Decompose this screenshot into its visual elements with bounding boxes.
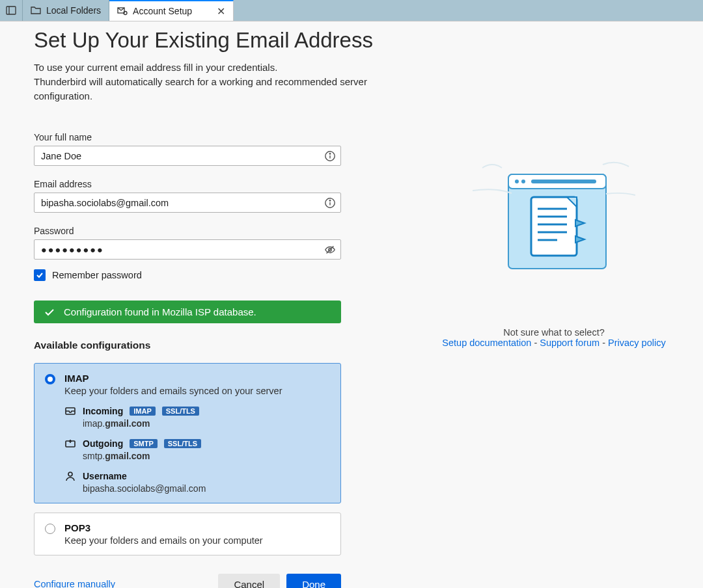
pop3-title: POP3	[64, 522, 330, 533]
svg-point-17	[515, 180, 519, 183]
setup-doc-link[interactable]: Setup documentation	[442, 338, 531, 348]
config-option-pop3[interactable]: POP3 Keep your folders and emails on you…	[34, 513, 341, 555]
help-block: Not sure what to select? Setup documenta…	[442, 327, 665, 348]
configure-manually-link[interactable]: Configure manually	[34, 579, 115, 588]
info-icon[interactable]	[324, 150, 336, 162]
tab-bar: Local Folders Account Setup ✕	[0, 0, 703, 21]
page-title: Set Up Your Existing Email Address	[34, 28, 405, 53]
config-option-imap[interactable]: IMAP Keep your folders and emails synced…	[34, 363, 341, 503]
protocol-badge: SMTP	[130, 439, 158, 448]
radio-pop3[interactable]	[45, 524, 55, 534]
email-input[interactable]	[34, 193, 341, 213]
svg-rect-19	[531, 180, 596, 183]
folder-icon	[31, 5, 41, 16]
svg-point-9	[329, 200, 330, 200]
outbox-icon	[64, 438, 76, 449]
user-icon	[64, 470, 76, 482]
radio-imap[interactable]	[45, 374, 55, 384]
password-label: Password	[34, 226, 405, 236]
close-tab-icon[interactable]: ✕	[217, 5, 225, 18]
email-label: Email address	[34, 179, 405, 189]
svg-rect-20	[531, 197, 577, 256]
available-config-heading: Available configurations	[34, 340, 405, 351]
security-badge: SSL/TLS	[162, 407, 199, 416]
help-question: Not sure what to select?	[442, 327, 665, 338]
svg-point-14	[68, 472, 72, 476]
protocol-badge: IMAP	[130, 407, 156, 416]
check-icon	[44, 307, 55, 317]
pop3-desc: Keep your folders and emails on your com…	[64, 535, 330, 546]
svg-rect-0	[7, 7, 16, 14]
imap-desc: Keep your folders and emails synced on y…	[64, 386, 330, 396]
security-badge: SSL/TLS	[164, 439, 201, 448]
illustration	[473, 158, 635, 282]
privacy-policy-link[interactable]: Privacy policy	[608, 338, 666, 348]
cancel-button[interactable]: Cancel	[218, 574, 280, 588]
tab-local-folders[interactable]: Local Folders	[23, 0, 109, 21]
imap-title: IMAP	[64, 373, 330, 384]
page-subtitle: To use your current email address fill i…	[34, 60, 405, 103]
mail-settings-icon	[117, 6, 128, 16]
tab-account-setup[interactable]: Account Setup ✕	[109, 0, 234, 21]
password-input[interactable]	[34, 239, 341, 260]
inbox-icon	[64, 405, 76, 417]
remember-password-checkbox[interactable]	[34, 269, 46, 281]
layout-toggle-button[interactable]	[0, 0, 23, 21]
tab-label: Local Folders	[46, 5, 101, 16]
name-label: Your full name	[34, 132, 405, 142]
success-banner: Configuration found in Mozilla ISP datab…	[34, 301, 341, 323]
svg-point-6	[329, 153, 330, 154]
outgoing-server: smtp.gmail.com	[83, 451, 330, 461]
remember-password-label: Remember password	[52, 270, 142, 280]
svg-point-18	[521, 180, 525, 183]
incoming-server: imap.gmail.com	[83, 418, 330, 429]
tab-label: Account Setup	[133, 6, 192, 16]
name-input[interactable]	[34, 146, 341, 166]
info-icon[interactable]	[324, 197, 336, 209]
support-forum-link[interactable]: Support forum	[540, 338, 600, 348]
username-value: bipasha.sociolabs@gmail.com	[83, 483, 330, 494]
done-button[interactable]: Done	[286, 574, 341, 588]
eye-off-icon[interactable]	[324, 244, 336, 256]
